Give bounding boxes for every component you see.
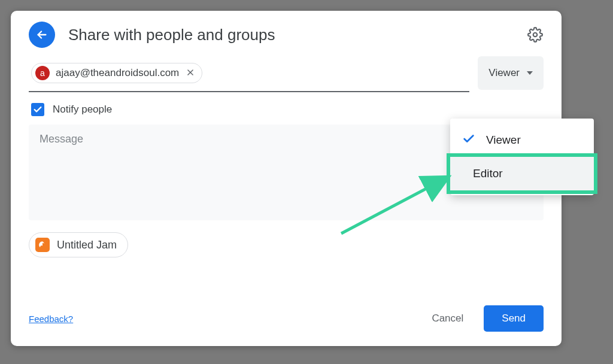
settings-button[interactable]	[527, 26, 544, 43]
avatar: a	[35, 66, 50, 80]
dialog-footer: Feedback? Cancel Send	[11, 295, 562, 346]
role-option-viewer[interactable]: Viewer	[450, 123, 594, 157]
notify-row: Notify people	[11, 92, 562, 122]
dialog-title: Share with people and groups	[68, 26, 527, 44]
recipients-row: a ajaay@theandroidsoul.com Viewer	[11, 56, 562, 92]
dialog-header: Share with people and groups	[11, 11, 562, 56]
notify-label: Notify people	[53, 104, 112, 116]
attachment-name: Untitled Jam	[57, 239, 117, 251]
remove-recipient-button[interactable]	[185, 67, 196, 80]
role-option-label: Editor	[473, 167, 503, 180]
message-placeholder: Message	[40, 133, 83, 145]
role-current-label: Viewer	[488, 67, 520, 79]
role-option-label: Viewer	[486, 134, 521, 147]
notify-checkbox[interactable]	[31, 103, 44, 116]
send-button[interactable]: Send	[484, 305, 544, 332]
jamboard-icon	[35, 238, 50, 252]
chevron-down-icon	[527, 71, 533, 75]
recipient-email: ajaay@theandroidsoul.com	[56, 67, 179, 79]
feedback-link[interactable]: Feedback?	[29, 314, 73, 324]
close-icon	[186, 68, 195, 77]
attachment-chip[interactable]: Untitled Jam	[29, 232, 128, 257]
svg-point-1	[533, 33, 538, 37]
role-option-editor[interactable]: Editor	[450, 157, 594, 190]
gear-icon	[527, 27, 543, 43]
selected-check-icon	[462, 132, 475, 148]
recipient-chip[interactable]: a ajaay@theandroidsoul.com	[31, 63, 202, 83]
recipients-input[interactable]: a ajaay@theandroidsoul.com	[29, 56, 469, 92]
check-icon	[33, 105, 43, 114]
attachment-row: Untitled Jam	[11, 220, 562, 257]
arrow-left-icon	[35, 28, 48, 41]
role-dropdown-menu: Viewer Editor	[450, 119, 594, 195]
cancel-button[interactable]: Cancel	[418, 307, 477, 330]
back-button[interactable]	[29, 22, 55, 48]
role-dropdown-button[interactable]: Viewer	[478, 56, 544, 90]
